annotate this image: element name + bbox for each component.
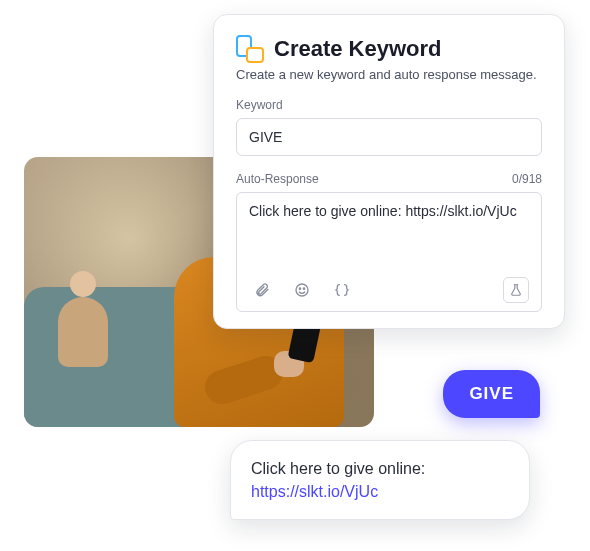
- card-subtitle: Create a new keyword and auto response m…: [236, 67, 542, 82]
- svg-point-0: [296, 284, 308, 296]
- svg-point-1: [299, 288, 300, 289]
- char-counter: 0/918: [512, 172, 542, 186]
- response-label: Auto-Response: [236, 172, 319, 186]
- response-field: [236, 192, 542, 312]
- incoming-message-text: Click here to give online:: [251, 460, 425, 477]
- card-title: Create Keyword: [274, 36, 442, 62]
- response-input[interactable]: [249, 203, 529, 267]
- attachment-icon[interactable]: [249, 277, 275, 303]
- test-icon[interactable]: [503, 277, 529, 303]
- outgoing-message-bubble: GIVE: [443, 370, 540, 418]
- keyword-logo-icon: [236, 35, 264, 63]
- merge-field-icon[interactable]: [329, 277, 355, 303]
- incoming-message-bubble: Click here to give online: https://slkt.…: [230, 440, 530, 520]
- emoji-icon[interactable]: [289, 277, 315, 303]
- outgoing-message-text: GIVE: [469, 384, 514, 403]
- incoming-message-link[interactable]: https://slkt.io/VjUc: [251, 483, 378, 500]
- keyword-label: Keyword: [236, 98, 542, 112]
- svg-point-2: [303, 288, 304, 289]
- keyword-input[interactable]: [236, 118, 542, 156]
- create-keyword-card: Create Keyword Create a new keyword and …: [213, 14, 565, 329]
